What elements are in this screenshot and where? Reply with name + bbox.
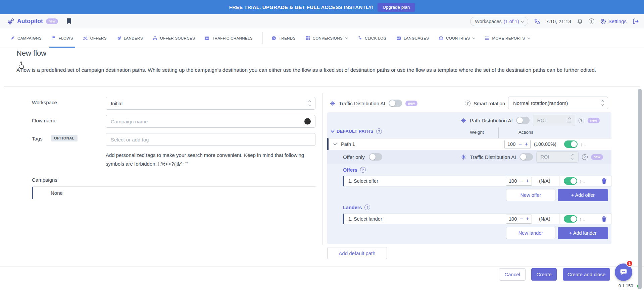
- trial-banner: FREE TRIAL. UPGRADE & GET FULL ACCESS IN…: [0, 0, 644, 14]
- svg-text:A: A: [397, 37, 399, 39]
- plus-button[interactable]: +: [526, 216, 529, 222]
- create-button[interactable]: Create: [531, 268, 557, 281]
- flow-name-input[interactable]: Campaign name: [106, 115, 315, 128]
- conversions-grid-icon: [305, 36, 310, 41]
- tags-input[interactable]: Select or add tag: [106, 133, 315, 146]
- path-ai-help-icon[interactable]: ?: [579, 118, 584, 123]
- traffic-ai-toggle[interactable]: [389, 100, 402, 107]
- lander-stat: (N/A): [539, 216, 550, 222]
- flows-flag-icon: [51, 36, 56, 41]
- plus-button[interactable]: +: [525, 141, 528, 147]
- workspaces-label: Workspaces: [475, 19, 502, 24]
- nav-item-languages[interactable]: A LANGUAGES: [396, 28, 429, 48]
- logout-icon[interactable]: [632, 18, 639, 24]
- smart-rotation-help-icon[interactable]: ?: [465, 101, 470, 106]
- lander-row-label[interactable]: 1. Select lander: [348, 216, 382, 222]
- settings-button[interactable]: Settings: [600, 18, 627, 24]
- move-up-icon: ↑: [580, 141, 584, 147]
- lander-weight-stepper[interactable]: 100 − +: [506, 215, 532, 224]
- nav-label: COUNTRIES: [446, 36, 470, 40]
- flow-name-color-dot[interactable]: [304, 118, 311, 125]
- default-paths-title: DEFAULT PATHS: [337, 129, 374, 134]
- nav-label: CLICK LOG: [365, 36, 387, 40]
- path-enabled-toggle[interactable]: [564, 140, 578, 148]
- nav-item-campaigns[interactable]: CAMPAIGNS: [10, 28, 42, 48]
- add-offer-button[interactable]: + Add offer: [558, 189, 608, 201]
- default-paths-help-icon[interactable]: ?: [376, 128, 382, 134]
- lander-move-arrows[interactable]: ↑↓: [579, 216, 586, 222]
- nav-item-flows[interactable]: FLOWS: [51, 28, 73, 48]
- default-paths-panel: Path Distribution AI ROI ? new DEFAULT P…: [327, 112, 611, 244]
- lander-row[interactable]: 1. Select lander 100 − + (N/A) ↑↓: [343, 214, 611, 224]
- nav-item-trends[interactable]: TRENDS: [271, 28, 296, 48]
- move-down-icon: ↓: [584, 141, 588, 147]
- bookmark-icon[interactable]: [66, 18, 71, 24]
- delete-lander-trash-icon[interactable]: [601, 216, 607, 222]
- minus-button[interactable]: −: [518, 141, 522, 147]
- path-ai-toggle[interactable]: [516, 117, 530, 124]
- path-ai-roi-select[interactable]: ROI: [533, 115, 575, 126]
- smart-rotation-select[interactable]: Normal rotation(random): [508, 97, 608, 109]
- nav-label: OFFER SOURCES: [160, 36, 195, 40]
- offer-row-label[interactable]: 1. Select offer: [348, 178, 378, 184]
- offer-weight-stepper[interactable]: 100 − +: [506, 177, 532, 186]
- brand-title[interactable]: Autopilot: [17, 18, 43, 25]
- upgrade-plan-button[interactable]: Upgrade plan: [378, 3, 415, 12]
- path-move-arrows[interactable]: ↑↓: [580, 141, 587, 147]
- offer-weight-value[interactable]: 100: [509, 178, 517, 184]
- nav-item-traffic-channels[interactable]: Ad TRAFFIC CHANNELS: [205, 28, 253, 48]
- path-traffic-ai-help-icon[interactable]: ?: [582, 154, 588, 160]
- nav-label: LANDERS: [124, 36, 143, 40]
- add-default-path-button[interactable]: Add default path: [327, 247, 387, 259]
- nav-item-more-reports[interactable]: MORE REPORTS: [485, 28, 530, 48]
- vertical-scrollbar[interactable]: [638, 89, 642, 289]
- select-chevrons-icon: [568, 118, 571, 123]
- nav-item-offer-sources[interactable]: OFFER SOURCES: [153, 28, 195, 48]
- path-traffic-ai-toggle[interactable]: [519, 153, 533, 161]
- nav-item-landers[interactable]: LANDERS: [116, 28, 143, 48]
- path-weight-stepper[interactable]: 100 − +: [504, 140, 531, 149]
- workspaces-selector[interactable]: Workspaces (1 of 1): [470, 17, 528, 26]
- delete-offer-trash-icon[interactable]: [601, 178, 607, 184]
- notifications-bell-icon[interactable]: [577, 18, 583, 24]
- minus-button[interactable]: −: [520, 178, 523, 184]
- campaigns-row: None: [32, 187, 315, 199]
- nav-item-conversions[interactable]: CONVERSIONS: [305, 28, 348, 48]
- translate-icon[interactable]: [534, 18, 540, 24]
- default-paths-header[interactable]: DEFAULT PATHS ?: [331, 128, 382, 134]
- path-traffic-ai-roi-value: ROI: [541, 154, 549, 160]
- plus-button[interactable]: +: [526, 178, 529, 184]
- offers-help-icon[interactable]: ?: [360, 167, 366, 173]
- offer-move-arrows[interactable]: ↑↓: [579, 178, 586, 184]
- gear-icon: [600, 18, 606, 24]
- minus-button[interactable]: −: [520, 216, 523, 222]
- path-traffic-ai-label: Traffic Distribution AI: [470, 154, 516, 160]
- offer-row[interactable]: 1. Select offer 100 − + (N/A) ↑↓: [343, 176, 611, 186]
- nav-item-click-log[interactable]: CLICK LOG: [357, 28, 387, 48]
- landers-help-icon[interactable]: ?: [364, 205, 370, 210]
- path-1-row[interactable]: Path 1 100 − + (100.00%) ↑↓: [327, 138, 611, 150]
- version-text: 0.1.150: [618, 283, 633, 288]
- trial-banner-text: FREE TRIAL. UPGRADE & GET FULL ACCESS IN…: [229, 4, 374, 10]
- nav-item-offers[interactable]: OFFERS: [83, 28, 107, 48]
- new-offer-button[interactable]: New offer: [506, 189, 555, 201]
- lander-enabled-toggle[interactable]: [564, 215, 577, 223]
- workspace-select[interactable]: Initial: [106, 97, 315, 110]
- path-weight-value[interactable]: 100: [507, 141, 515, 147]
- chevron-down-icon: [473, 36, 475, 39]
- offer-only-toggle[interactable]: [369, 153, 382, 161]
- create-and-close-button[interactable]: Create and close: [563, 268, 610, 281]
- svg-text:Ad: Ad: [205, 37, 208, 39]
- chevron-down-icon: [528, 36, 530, 39]
- help-icon[interactable]: ?: [589, 18, 594, 24]
- offer-enabled-toggle[interactable]: [564, 177, 577, 185]
- move-down-icon: ↓: [583, 178, 587, 184]
- click-log-cursor-icon: [357, 36, 362, 41]
- nav-item-countries[interactable]: COUNTRIES: [439, 28, 475, 48]
- new-lander-button[interactable]: New lander: [506, 227, 555, 239]
- add-lander-button[interactable]: + Add lander: [558, 227, 608, 239]
- path-1-name: Path 1: [341, 141, 355, 147]
- path-traffic-ai-roi-select[interactable]: ROI: [536, 151, 579, 163]
- cancel-button[interactable]: Cancel: [499, 268, 526, 281]
- lander-weight-value[interactable]: 100: [509, 216, 517, 222]
